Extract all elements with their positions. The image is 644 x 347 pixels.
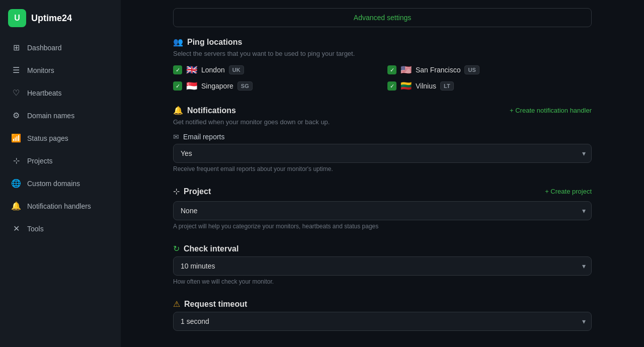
- ping-name-sg: Singapore: [201, 82, 233, 90]
- sidebar-item-label: Heartbeats: [27, 89, 61, 97]
- ping-check-london[interactable]: ✓: [173, 65, 182, 74]
- notifications-header: 🔔 Notifications + Create notification ha…: [173, 106, 592, 115]
- ping-badge-sf: US: [464, 65, 479, 74]
- check-interval-hint: How often we will check your monitor.: [173, 278, 592, 285]
- notifications-section: 🔔 Notifications + Create notification ha…: [173, 106, 592, 172]
- sidebar-item-label: Domain names: [27, 112, 74, 120]
- sidebar-item-label: Dashboard: [27, 44, 62, 52]
- monitors-icon: ☰: [11, 65, 21, 75]
- ping-location-san-francisco: ✓ 🇺🇸 San Francisco US: [387, 64, 592, 75]
- sidebar-item-label: Status pages: [27, 134, 68, 142]
- project-select-wrapper: None ▾: [173, 201, 592, 220]
- notifications-title: Notifications: [187, 106, 236, 115]
- sidebar-item-notification-handlers[interactable]: 🔔 Notification handlers: [3, 195, 118, 217]
- project-section: ⊹ Project + Create project None ▾ A proj…: [173, 187, 592, 230]
- sidebar-item-custom-domains[interactable]: 🌐 Custom domains: [3, 172, 118, 194]
- ping-flag-sf: 🇺🇸: [400, 64, 412, 75]
- create-notification-handler-link[interactable]: + Create notification handler: [510, 107, 592, 114]
- advanced-settings-button[interactable]: Advanced settings: [173, 8, 592, 27]
- sidebar-item-label: Tools: [27, 225, 44, 233]
- ping-location-vilnius: ✓ 🇱🇹 Vilnius LT: [387, 80, 592, 92]
- ping-name-vilnius: Vilnius: [416, 82, 436, 90]
- sidebar-item-label: Custom domains: [27, 180, 80, 188]
- sidebar: U Uptime24 ⊞ Dashboard ☰ Monitors ♡ Hear…: [0, 0, 121, 347]
- sidebar-item-label: Monitors: [27, 66, 54, 74]
- sidebar-item-label: Notification handlers: [27, 202, 91, 210]
- app-name: Uptime24: [31, 13, 72, 24]
- notifications-icon: 🔔: [173, 106, 183, 115]
- check-interval-select[interactable]: 1 minute 2 minutes 3 minutes 5 minutes 1…: [173, 256, 592, 276]
- project-header: ⊹ Project + Create project: [173, 187, 592, 196]
- ping-locations-icon: 👥: [173, 37, 183, 47]
- sidebar-item-label: Projects: [27, 157, 53, 165]
- ping-name-london: London: [201, 66, 225, 74]
- email-reports-select-wrapper: Yes No ▾: [173, 144, 592, 163]
- sidebar-item-tools[interactable]: ✕ Tools: [3, 218, 118, 239]
- ping-location-london: ✓ 🇬🇧 London UK: [173, 64, 377, 75]
- sidebar-item-heartbeats[interactable]: ♡ Heartbeats: [3, 82, 118, 104]
- project-select[interactable]: None: [173, 201, 592, 220]
- request-timeout-select[interactable]: 1 second 2 seconds 5 seconds 10 seconds …: [173, 312, 592, 331]
- custom-domains-icon: 🌐: [11, 179, 21, 188]
- projects-icon: ⊹: [11, 156, 21, 165]
- status-pages-icon: 📶: [11, 133, 21, 143]
- logo-icon: U: [8, 9, 26, 27]
- ping-flag-vilnius: 🇱🇹: [400, 80, 412, 92]
- check-interval-icon: ↻: [173, 244, 180, 253]
- tools-icon: ✕: [11, 224, 21, 233]
- project-icon: ⊹: [173, 187, 180, 196]
- ping-locations-grid: ✓ 🇬🇧 London UK ✓ 🇺🇸 San Francisco US ✓ 🇸…: [173, 64, 592, 92]
- ping-name-sf: San Francisco: [416, 66, 460, 74]
- sidebar-item-domain-names[interactable]: ⚙ Domain names: [3, 105, 118, 126]
- sidebar-item-dashboard[interactable]: ⊞ Dashboard: [3, 37, 118, 58]
- request-timeout-select-wrapper: 1 second 2 seconds 5 seconds 10 seconds …: [173, 312, 592, 331]
- ping-locations-subtitle: Select the servers that you want to be u…: [173, 50, 592, 57]
- ping-badge-london: UK: [229, 65, 244, 74]
- ping-flag-sg: 🇸🇬: [186, 80, 197, 92]
- sidebar-item-monitors[interactable]: ☰ Monitors: [3, 59, 118, 81]
- request-timeout-title: Request timeout: [184, 300, 247, 309]
- project-hint: A project will help you categorize your …: [173, 223, 592, 230]
- heartbeats-icon: ♡: [11, 88, 21, 98]
- ping-locations-section: 👥 Ping locations Select the servers that…: [173, 37, 592, 92]
- email-reports-hint: Receive frequent email reports about you…: [173, 165, 592, 172]
- check-interval-select-wrapper: 1 minute 2 minutes 3 minutes 5 minutes 1…: [173, 256, 592, 276]
- ping-badge-vilnius: LT: [440, 81, 454, 91]
- notification-handlers-icon: 🔔: [11, 201, 21, 211]
- create-project-link[interactable]: + Create project: [545, 188, 592, 195]
- domain-icon: ⚙: [11, 111, 21, 120]
- email-icon: ✉: [173, 133, 179, 141]
- ping-location-singapore: ✓ 🇸🇬 Singapore SG: [173, 80, 377, 92]
- email-reports-select[interactable]: Yes No: [173, 144, 592, 163]
- ping-flag-london: 🇬🇧: [186, 64, 197, 75]
- email-reports-header: ✉ Email reports: [173, 133, 592, 141]
- sidebar-item-projects[interactable]: ⊹ Projects: [3, 150, 118, 171]
- logo[interactable]: U Uptime24: [0, 0, 121, 36]
- check-interval-title: Check interval: [184, 244, 238, 253]
- ping-check-vilnius[interactable]: ✓: [387, 81, 396, 91]
- notifications-subtitle: Get notified when your monitor goes down…: [173, 118, 592, 126]
- ping-locations-title: Ping locations: [187, 38, 242, 47]
- sidebar-item-status-pages[interactable]: 📶 Status pages: [3, 127, 118, 149]
- ping-badge-sg: SG: [237, 81, 253, 91]
- dashboard-icon: ⊞: [11, 43, 21, 52]
- email-reports-label: Email reports: [183, 133, 224, 141]
- ping-check-sf[interactable]: ✓: [387, 65, 396, 74]
- check-interval-section: ↻ Check interval 1 minute 2 minutes 3 mi…: [173, 244, 592, 285]
- request-timeout-icon: ⚠: [173, 299, 180, 309]
- main-content: Advanced settings 👥 Ping locations Selec…: [121, 0, 644, 347]
- request-timeout-section: ⚠ Request timeout 1 second 2 seconds 5 s…: [173, 299, 592, 331]
- ping-check-sg[interactable]: ✓: [173, 81, 182, 91]
- project-title: Project: [184, 187, 211, 196]
